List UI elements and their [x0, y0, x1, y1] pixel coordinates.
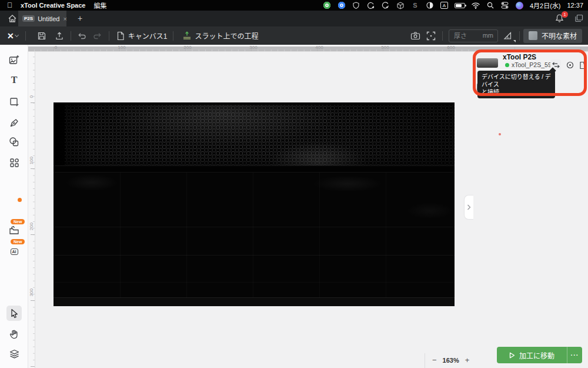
process-mode-label[interactable]: スラット上での工程	[195, 31, 258, 41]
s-status-icon[interactable]: S	[411, 1, 419, 9]
notifications-button[interactable]: 1	[555, 14, 566, 24]
edit-menu[interactable]: 編集	[93, 1, 106, 10]
material-name: 不明な素材	[542, 31, 577, 41]
battery-icon[interactable]	[455, 3, 465, 8]
measure-tool-button[interactable]	[500, 29, 516, 43]
frame-position-button[interactable]	[423, 29, 439, 43]
logo-dropdown-icon[interactable]	[15, 33, 19, 37]
export-button[interactable]	[52, 29, 67, 43]
gauge-icon[interactable]	[382, 1, 390, 9]
elements-notification-dot	[18, 198, 22, 202]
thickness-unit: mm	[483, 32, 493, 39]
zoom-in-button[interactable]: +	[465, 356, 470, 364]
redo-button[interactable]	[90, 29, 105, 43]
ruler-label: 300	[29, 289, 34, 296]
add-image-tool[interactable]	[6, 52, 22, 68]
ruler-label: 600	[447, 45, 455, 50]
ruler-label: 400	[315, 45, 323, 50]
contrast-icon[interactable]	[426, 1, 434, 9]
control-center-icon[interactable]	[501, 1, 509, 9]
device-name: xTool P2S	[503, 53, 536, 61]
elements-library-tool[interactable]	[6, 155, 22, 170]
bed-bottom-rail	[54, 297, 455, 306]
shield-icon[interactable]	[352, 1, 360, 9]
process-button-label: 加工に移動	[519, 350, 554, 360]
process-more-button[interactable]: ···	[567, 347, 582, 363]
ruler-label: 200	[29, 223, 34, 230]
footer-divider	[425, 353, 425, 368]
go-to-process-button[interactable]: 加工に移動	[497, 350, 567, 360]
main-toolbar: ✕ キャンバス1 スラット上での工程	[0, 26, 588, 45]
menubar-date[interactable]: 4月2日(水)	[530, 1, 561, 10]
ai-tool[interactable]: AI	[6, 244, 22, 259]
process-button-group: 加工に移動 ···	[497, 347, 582, 363]
pan-hand-tool[interactable]	[6, 326, 22, 342]
ai-new-badge: New	[11, 239, 25, 244]
cube-icon[interactable]	[396, 1, 405, 9]
monitor-device-icon[interactable]	[564, 59, 575, 70]
menubar-time[interactable]: 12:37	[567, 2, 583, 9]
zoom-out-button[interactable]: −	[432, 356, 437, 364]
horizontal-ruler: 0 100 200 300 400 500 600	[28, 45, 588, 52]
device-id: xTool_P2S_59...	[512, 61, 556, 68]
notification-count-badge: 1	[562, 11, 568, 18]
boolean-shapes-tool[interactable]	[6, 134, 22, 150]
tooltip-line1: デバイスに切り替える / デバイス	[482, 73, 551, 88]
ai-tool-label: AI	[11, 248, 18, 255]
play-icon	[509, 352, 515, 359]
shape-tool[interactable]	[6, 94, 22, 110]
canvas-icon	[113, 29, 128, 43]
text-tool[interactable]: T	[6, 72, 22, 88]
material-swatch	[529, 31, 537, 40]
zoom-level: 163%	[443, 357, 459, 364]
clock-lock-icon[interactable]	[367, 1, 375, 9]
window-manager-icon[interactable]	[574, 14, 583, 22]
save-button[interactable]	[34, 29, 49, 43]
material-select-button[interactable]: 不明な素材	[523, 29, 582, 43]
panel-collapse-handle[interactable]	[464, 195, 473, 220]
canvas-name[interactable]: キャンバス1	[128, 31, 168, 41]
document-tabbar: P2S Untitled × + 1	[0, 11, 588, 26]
wifi-icon[interactable]	[472, 1, 480, 9]
ruler-label: 0	[29, 95, 34, 98]
siri-icon[interactable]	[516, 2, 523, 9]
undo-button[interactable]	[75, 29, 90, 43]
tab-close-icon[interactable]: ×	[63, 15, 66, 22]
ruler-label: 100	[118, 45, 125, 50]
materials-new-badge: New	[11, 219, 25, 224]
device-file-icon[interactable]	[577, 59, 588, 70]
input-source-icon[interactable]: A	[440, 2, 448, 9]
vertical-ruler: 0 100 200 300	[28, 52, 35, 368]
search-icon[interactable]	[486, 1, 495, 9]
ruler-label: 300	[249, 45, 257, 50]
slat-process-icon	[179, 29, 195, 43]
blue-app-icon[interactable]	[338, 1, 346, 9]
camera-button[interactable]	[408, 29, 423, 43]
measure-dropdown-caret	[513, 40, 516, 42]
tab-untitled[interactable]: P2S Untitled ×	[18, 11, 66, 26]
vector-pen-tool[interactable]	[6, 115, 22, 130]
xtool-creative-space-window:  xTool Creative Space 編集 S A	[0, 0, 588, 368]
zoom-control: − 163% +	[432, 356, 469, 364]
layers-tool[interactable]	[6, 346, 22, 362]
tab-device-badge: P2S	[22, 15, 35, 22]
ruler-label: 500	[381, 45, 389, 50]
line-app-icon[interactable]	[323, 1, 331, 9]
app-menu[interactable]: xTool Creative Space	[21, 2, 85, 9]
ruler-label: 100	[29, 157, 34, 164]
thickness-field-wrap: mm	[449, 29, 498, 42]
ruler-label: 200	[183, 45, 191, 50]
select-tool[interactable]	[6, 306, 22, 321]
apple-menu-icon[interactable]: 	[7, 1, 12, 9]
home-button[interactable]	[8, 14, 17, 23]
tab-title: Untitled	[38, 15, 59, 22]
material-library-tool[interactable]	[6, 223, 22, 238]
device-row-primary[interactable]: xTool P2S xTool_P2S_59...	[475, 52, 584, 71]
camera-bed-view[interactable]	[54, 102, 455, 306]
annotation-dot	[499, 133, 501, 135]
xtool-logo[interactable]: ✕	[7, 31, 14, 41]
tools-sidebar: T New New AI	[0, 45, 28, 368]
tooltip-line2: と接続	[482, 88, 551, 96]
new-tab-button[interactable]: +	[75, 13, 85, 24]
device-online-dot	[505, 63, 509, 67]
